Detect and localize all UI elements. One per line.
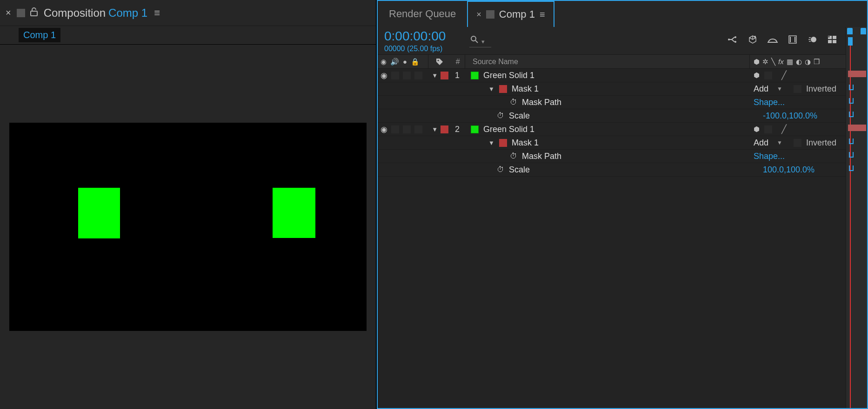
lock-slot[interactable]: [414, 125, 422, 133]
mask-path-value[interactable]: Shape...: [754, 152, 785, 161]
frame-rate-info[interactable]: 00000 (25.00 fps): [384, 45, 456, 53]
lock-icon[interactable]: 🔒: [411, 58, 420, 66]
audio-slot[interactable]: [391, 125, 399, 133]
current-time-indicator[interactable]: [848, 37, 853, 46]
layer-name[interactable]: Green Solid 1: [483, 125, 534, 134]
layer-label-color[interactable]: [441, 125, 448, 133]
tab-render-queue[interactable]: Render Queue: [378, 1, 467, 27]
timeline-columns-header: ◉ 🔊 ● 🔒 # Source Name ⬢ ✲ ╲ fx ▦ ◐ ◑ ❒: [378, 55, 867, 69]
stopwatch-icon[interactable]: ⏱: [510, 152, 517, 160]
composition-canvas[interactable]: [9, 123, 367, 331]
composition-name-link[interactable]: Comp 1: [108, 7, 147, 20]
layer-duration-bar[interactable]: [848, 125, 866, 131]
mask-path-value[interactable]: Shape...: [754, 98, 785, 107]
inverted-label[interactable]: Inverted: [806, 138, 836, 148]
stopwatch-icon[interactable]: ⏱: [510, 98, 517, 106]
mask-invert-checkbox[interactable]: [794, 139, 801, 147]
lock-slot[interactable]: [414, 72, 422, 79]
tab-comp-1[interactable]: × Comp 1 ≡: [467, 1, 554, 27]
stopwatch-icon[interactable]: ⏱: [497, 112, 504, 120]
video-eye-icon[interactable]: ◉: [381, 58, 387, 66]
frame-blend-switch-icon: ▦: [787, 58, 793, 66]
mask-row[interactable]: ▼Mask 1 Add▼Inverted: [378, 136, 867, 150]
solo-slot[interactable]: [403, 125, 411, 133]
timecode[interactable]: 0:00:00:00: [384, 29, 456, 44]
motion-blur-icon[interactable]: [808, 35, 817, 46]
shy-switch[interactable]: ⬢: [754, 71, 760, 79]
timeline-panel-container: Render Queue × Comp 1 ≡ 0:00:00:00 00000…: [377, 0, 868, 409]
mask-path-row[interactable]: ⏱Mask Path Shape...: [378, 96, 867, 109]
composition-icon: [486, 10, 494, 19]
scale-value[interactable]: 100.0,100.0%: [763, 165, 815, 175]
twirl-down-icon[interactable]: ▼: [488, 139, 494, 146]
layer-list[interactable]: ◉ ▼ 1 Green Solid 1 ⬢╱ ▼Mask 1 Add▼Inver…: [378, 69, 867, 408]
layer-row[interactable]: ◉ ▼ 2 Green Solid 1 ⬢╱: [378, 123, 867, 136]
video-eye-icon[interactable]: ◉: [381, 71, 387, 80]
quality-switch[interactable]: ╱: [777, 70, 791, 80]
mask-row[interactable]: ▼Mask 1 Add▼Inverted: [378, 82, 867, 96]
svg-point-11: [811, 37, 816, 42]
breadcrumb-item[interactable]: Comp 1: [19, 28, 60, 42]
keyframe-pin-icon[interactable]: [849, 112, 854, 117]
shy-icon[interactable]: [768, 35, 778, 46]
tab-menu-icon[interactable]: ≡: [540, 9, 545, 20]
svg-point-4: [734, 36, 736, 38]
scale-value[interactable]: -100.0,100.0%: [763, 111, 817, 121]
search-input[interactable]: ▾: [469, 34, 491, 47]
av-features-column-head[interactable]: ◉ 🔊 ● 🔒: [378, 58, 428, 66]
scale-row[interactable]: ⏱Scale -100.0,100.0%: [378, 109, 867, 123]
frame-blend-icon[interactable]: [788, 35, 797, 46]
work-area-markers[interactable]: [847, 28, 866, 36]
layer-name[interactable]: Green Solid 1: [483, 71, 534, 80]
keyframe-pin-icon[interactable]: [849, 139, 854, 144]
keyframe-pin-icon[interactable]: [849, 165, 854, 171]
mask-mode-dropdown[interactable]: Add▼: [754, 138, 782, 148]
composition-viewer[interactable]: [0, 45, 376, 409]
draft-3d-icon[interactable]: [748, 35, 757, 46]
timeline-ruler-gutter[interactable]: [846, 27, 867, 408]
twirl-down-icon[interactable]: ▼: [432, 126, 438, 133]
shy-switch[interactable]: ⬢: [754, 125, 760, 133]
close-tab-icon[interactable]: ×: [476, 10, 481, 20]
mask-color[interactable]: [499, 85, 507, 93]
keyframe-pin-icon[interactable]: [849, 152, 854, 158]
current-time-display[interactable]: 0:00:00:00 00000 (25.00 fps): [384, 29, 456, 53]
property-name: Mask Path: [522, 98, 561, 107]
comp-flowchart-icon[interactable]: [728, 35, 738, 46]
layer-label-color[interactable]: [441, 72, 448, 79]
graph-editor-icon[interactable]: [827, 35, 837, 46]
index-column-head[interactable]: #: [451, 58, 465, 66]
layer-index: 2: [450, 125, 464, 134]
label-column-head[interactable]: [428, 58, 451, 66]
keyframe-pin-icon[interactable]: [849, 85, 854, 90]
layer-preview-green-solid-2[interactable]: [273, 188, 315, 238]
mask-name[interactable]: Mask 1: [512, 138, 539, 148]
mask-name[interactable]: Mask 1: [512, 84, 539, 94]
shy-switch-icon: ⬢: [754, 58, 760, 66]
solo-slot[interactable]: [403, 72, 411, 79]
mask-invert-checkbox[interactable]: [794, 85, 801, 93]
collapse-icon: ✲: [762, 58, 768, 66]
scale-row[interactable]: ⏱Scale 100.0,100.0%: [378, 163, 867, 177]
layer-preview-green-solid-1[interactable]: [78, 188, 120, 238]
twirl-down-icon[interactable]: ▼: [488, 86, 494, 92]
twirl-down-icon[interactable]: ▼: [432, 72, 438, 79]
audio-speaker-icon[interactable]: 🔊: [390, 58, 399, 66]
stopwatch-icon[interactable]: ⏱: [497, 165, 504, 174]
close-tab-icon[interactable]: ×: [6, 7, 11, 18]
quality-switch[interactable]: ╱: [777, 124, 791, 134]
layer-row[interactable]: ◉ ▼ 1 Green Solid 1 ⬢╱: [378, 69, 867, 82]
unlock-icon[interactable]: [30, 7, 38, 19]
panel-menu-icon[interactable]: ≡: [154, 7, 160, 19]
audio-slot[interactable]: [391, 72, 399, 79]
inverted-label[interactable]: Inverted: [806, 84, 836, 94]
svg-rect-13: [833, 36, 836, 39]
mask-color[interactable]: [499, 139, 507, 147]
mask-path-row[interactable]: ⏱Mask Path Shape...: [378, 150, 867, 163]
solo-dot-icon[interactable]: ●: [403, 58, 407, 66]
mask-mode-dropdown[interactable]: Add▼: [754, 84, 782, 94]
source-name-column-head[interactable]: Source Name: [465, 58, 749, 66]
video-eye-icon[interactable]: ◉: [381, 125, 387, 134]
keyframe-pin-icon[interactable]: [849, 98, 854, 104]
layer-duration-bar[interactable]: [848, 71, 866, 77]
